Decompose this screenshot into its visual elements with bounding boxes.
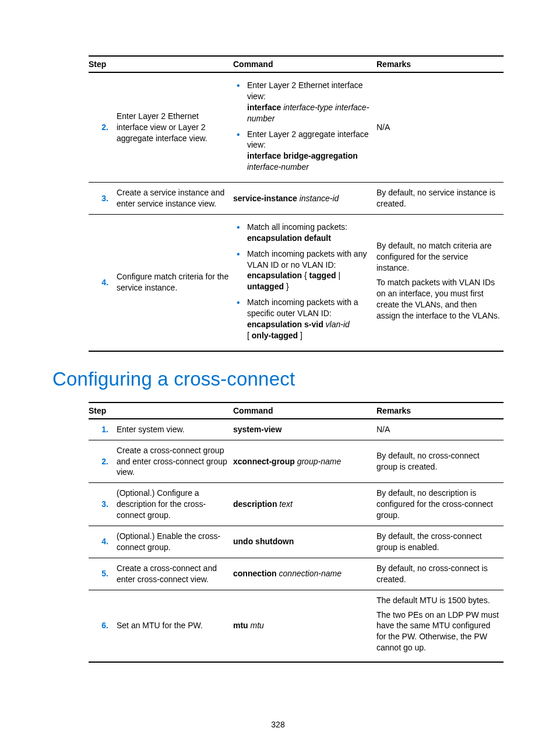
- cmd-keyword: untagged: [247, 282, 284, 291]
- step-command: description text: [233, 483, 376, 526]
- step-desc: (Optional.) Configure a description for …: [117, 483, 233, 526]
- table-row: 5. Create a cross-connect and enter cros…: [89, 558, 504, 590]
- step-number: 3.: [89, 183, 117, 215]
- remarks-p1: The default MTU is 1500 bytes.: [376, 595, 500, 606]
- cmd-arg: instance-id: [300, 194, 339, 203]
- step-command: undo shutdown: [233, 526, 376, 558]
- step-remarks: The default MTU is 1500 bytes. The two P…: [376, 590, 504, 662]
- cmd-text: Match incoming packets with any VLAN ID …: [247, 249, 367, 270]
- th-step: Step: [89, 56, 233, 72]
- th-remarks: Remarks: [376, 56, 504, 72]
- cmd-keyword: encapsulation default: [247, 233, 331, 243]
- table-row: 2. Create a cross-connect group and ente…: [89, 440, 504, 483]
- step-desc: Set an MTU for the PW.: [117, 590, 233, 662]
- step-command: service-instance instance-id: [233, 183, 376, 215]
- cmd-text: Enter Layer 2 aggregate interface view:: [247, 130, 369, 150]
- cmd-arg: interface-number: [247, 162, 309, 172]
- step-command: connection connection-name: [233, 558, 376, 590]
- remarks-p1: By default, no match criteria are config…: [376, 240, 500, 274]
- th-command: Command: [233, 402, 376, 419]
- cmd-keyword: xconnect-group: [233, 457, 295, 466]
- th-remarks: Remarks: [376, 402, 504, 419]
- section-heading: Configuring a cross-connect: [52, 368, 504, 390]
- th-step: Step: [89, 402, 233, 419]
- table-row: 3. (Optional.) Configure a description f…: [89, 483, 504, 526]
- cmd-keyword: interface bridge-aggregation: [247, 151, 358, 160]
- table-row: 4. (Optional.) Enable the cross-connect …: [89, 526, 504, 558]
- step-command: Match all incoming packets: encapsulatio…: [233, 214, 376, 351]
- step-remarks: N/A: [376, 72, 504, 183]
- cmd-keyword: service-instance: [233, 194, 297, 203]
- step-number: 5.: [89, 558, 117, 590]
- cmd-arg: text: [279, 499, 293, 509]
- cmd-keyword: interface: [247, 103, 281, 112]
- step-command: mtu mtu: [233, 590, 376, 662]
- cmd-keyword: tagged: [309, 271, 336, 280]
- step-number: 4.: [89, 526, 117, 558]
- table-row: 4. Configure match criteria for the serv…: [89, 214, 504, 351]
- table-row: 2. Enter Layer 2 Ethernet interface view…: [89, 72, 504, 183]
- step-desc: Enter system view.: [117, 419, 233, 440]
- cmd-arg: group-name: [297, 457, 342, 466]
- cross-connect-table: Step Command Remarks 1. Enter system vie…: [89, 402, 504, 663]
- cmd-keyword: undo shutdown: [233, 537, 294, 546]
- service-instance-table: Step Command Remarks 2. Enter Layer 2 Et…: [89, 55, 504, 352]
- step-number: 2.: [89, 72, 117, 183]
- table-row: 3. Create a service instance and enter s…: [89, 183, 504, 215]
- step-remarks: By default, no match criteria are config…: [376, 214, 504, 351]
- cmd-keyword: system-view: [233, 425, 281, 434]
- step-number: 1.: [89, 419, 117, 440]
- cmd-keyword: mtu: [233, 621, 248, 630]
- step-remarks: N/A: [376, 419, 504, 440]
- step-remarks: By default, no service instance is creat…: [376, 183, 504, 215]
- cmd-sep: {: [302, 271, 309, 280]
- cmd-sep: |: [336, 271, 341, 280]
- cmd-text: Match incoming packets with a specific o…: [247, 298, 358, 318]
- cmd-text: Match all incoming packets:: [247, 222, 347, 232]
- cmd-keyword: description: [233, 499, 277, 509]
- step-remarks: By default, the cross-connect group is e…: [376, 526, 504, 558]
- cmd-arg: connection-name: [279, 569, 342, 578]
- step-number: 2.: [89, 440, 117, 483]
- cmd-keyword: encapsulation s-vid: [247, 320, 323, 329]
- step-number: 4.: [89, 214, 117, 351]
- cmd-keyword: encapsulation: [247, 271, 302, 280]
- table-row: 1. Enter system view. system-view N/A: [89, 419, 504, 440]
- table-row: 6. Set an MTU for the PW. mtu mtu The de…: [89, 590, 504, 662]
- step-desc: Configure match criteria for the service…: [117, 214, 233, 351]
- page-number: 328: [0, 720, 556, 729]
- cmd-sep: [: [247, 331, 252, 340]
- step-number: 3.: [89, 483, 117, 526]
- step-desc: Create a cross-connect group and enter c…: [117, 440, 233, 483]
- cmd-sep: }: [284, 282, 289, 291]
- step-command: Enter Layer 2 Ethernet interface view: i…: [233, 72, 376, 183]
- cmd-arg: vlan-id: [326, 320, 350, 329]
- step-desc: Enter Layer 2 Ethernet interface view or…: [117, 72, 233, 183]
- step-desc: Create a cross-connect and enter cross-c…: [117, 558, 233, 590]
- cmd-keyword: only-tagged: [252, 331, 298, 340]
- remarks-p2: To match packets with VLAN IDs on an int…: [376, 277, 500, 321]
- cmd-keyword: connection: [233, 569, 277, 578]
- cmd-text: Enter Layer 2 Ethernet interface view:: [247, 80, 363, 101]
- th-command: Command: [233, 56, 376, 72]
- cmd-arg: mtu: [251, 621, 264, 630]
- step-number: 6.: [89, 590, 117, 662]
- step-command: system-view: [233, 419, 376, 440]
- step-remarks: By default, no cross-connect group is cr…: [376, 440, 504, 483]
- cmd-sep: ]: [298, 331, 302, 340]
- step-remarks: By default, no cross-connect is created.: [376, 558, 504, 590]
- step-desc: Create a service instance and enter serv…: [117, 183, 233, 215]
- remarks-p2: The two PEs on an LDP PW must have the s…: [376, 610, 500, 654]
- step-command: xconnect-group group-name: [233, 440, 376, 483]
- step-desc: (Optional.) Enable the cross-connect gro…: [117, 526, 233, 558]
- step-remarks: By default, no description is configured…: [376, 483, 504, 526]
